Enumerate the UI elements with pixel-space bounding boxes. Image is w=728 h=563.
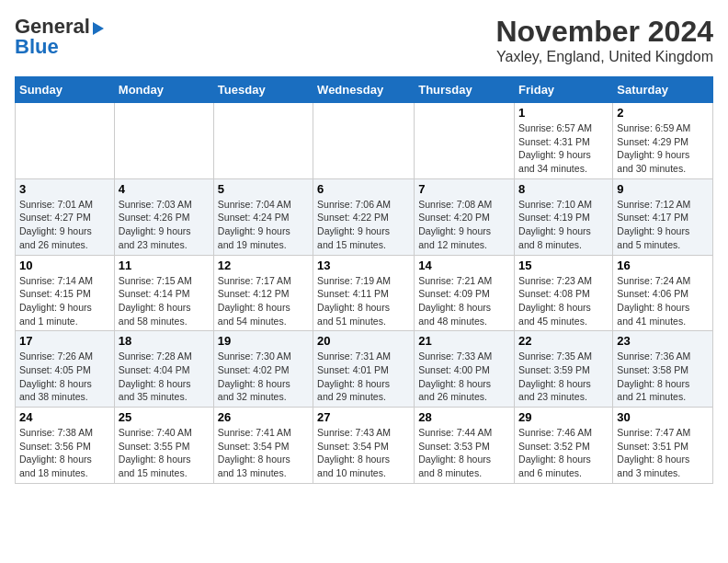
day-number: 11	[119, 259, 210, 272]
calendar-header-row: SundayMondayTuesdayWednesdayThursdayFrid…	[16, 77, 713, 103]
day-info: Sunrise: 7:12 AM Sunset: 4:17 PM Dayligh…	[617, 198, 709, 252]
calendar-day-header: Sunday	[16, 77, 115, 103]
day-number: 6	[317, 182, 410, 196]
calendar-week-row: 24Sunrise: 7:38 AM Sunset: 3:56 PM Dayli…	[16, 408, 713, 484]
day-info: Sunrise: 7:04 AM Sunset: 4:24 PM Dayligh…	[218, 198, 309, 252]
day-info: Sunrise: 7:47 AM Sunset: 3:51 PM Dayligh…	[617, 426, 709, 480]
day-info: Sunrise: 7:17 AM Sunset: 4:12 PM Dayligh…	[218, 274, 309, 328]
day-number: 8	[518, 182, 609, 196]
day-number: 4	[119, 182, 210, 196]
calendar-cell: 18Sunrise: 7:28 AM Sunset: 4:04 PM Dayli…	[114, 331, 213, 408]
calendar-cell	[16, 103, 115, 179]
calendar-day-header: Saturday	[613, 77, 713, 103]
page-title: November 2024	[495, 15, 713, 49]
day-info: Sunrise: 7:01 AM Sunset: 4:27 PM Dayligh…	[19, 198, 110, 252]
day-info: Sunrise: 7:41 AM Sunset: 3:54 PM Dayligh…	[218, 426, 309, 480]
calendar-cell: 11Sunrise: 7:15 AM Sunset: 4:14 PM Dayli…	[114, 255, 213, 331]
day-number: 2	[617, 106, 709, 120]
day-info: Sunrise: 7:36 AM Sunset: 3:58 PM Dayligh…	[617, 350, 709, 404]
day-info: Sunrise: 7:40 AM Sunset: 3:55 PM Dayligh…	[119, 426, 210, 480]
day-number: 16	[617, 259, 709, 272]
calendar-cell: 17Sunrise: 7:26 AM Sunset: 4:05 PM Dayli…	[16, 331, 115, 408]
page-header: General Blue November 2024 Yaxley, Engla…	[15, 15, 713, 65]
day-number: 26	[218, 410, 309, 424]
day-number: 13	[317, 259, 410, 272]
calendar-cell: 3Sunrise: 7:01 AM Sunset: 4:27 PM Daylig…	[16, 178, 115, 255]
day-number: 12	[218, 259, 309, 272]
calendar-cell: 21Sunrise: 7:33 AM Sunset: 4:00 PM Dayli…	[415, 331, 515, 408]
day-number: 19	[218, 334, 309, 348]
day-info: Sunrise: 7:28 AM Sunset: 4:04 PM Dayligh…	[119, 350, 210, 404]
title-block: November 2024 Yaxley, England, United Ki…	[495, 15, 713, 65]
calendar-day-header: Wednesday	[313, 77, 415, 103]
day-info: Sunrise: 7:08 AM Sunset: 4:20 PM Dayligh…	[418, 198, 510, 252]
calendar-cell: 7Sunrise: 7:08 AM Sunset: 4:20 PM Daylig…	[415, 178, 515, 255]
day-number: 22	[518, 334, 609, 348]
day-info: Sunrise: 7:21 AM Sunset: 4:09 PM Dayligh…	[418, 274, 510, 328]
logo: General Blue	[15, 15, 104, 59]
day-number: 7	[418, 182, 510, 196]
day-info: Sunrise: 7:30 AM Sunset: 4:02 PM Dayligh…	[218, 350, 309, 404]
day-info: Sunrise: 7:24 AM Sunset: 4:06 PM Dayligh…	[617, 274, 709, 328]
calendar-cell	[313, 103, 415, 179]
calendar-cell: 4Sunrise: 7:03 AM Sunset: 4:26 PM Daylig…	[114, 178, 213, 255]
day-info: Sunrise: 7:15 AM Sunset: 4:14 PM Dayligh…	[119, 274, 210, 328]
calendar-cell: 13Sunrise: 7:19 AM Sunset: 4:11 PM Dayli…	[313, 255, 415, 331]
calendar-day-header: Tuesday	[213, 77, 313, 103]
logo-blue: Blue	[15, 35, 59, 59]
day-number: 21	[418, 334, 510, 348]
day-info: Sunrise: 7:26 AM Sunset: 4:05 PM Dayligh…	[19, 350, 110, 404]
day-number: 23	[617, 334, 709, 348]
calendar-cell: 19Sunrise: 7:30 AM Sunset: 4:02 PM Dayli…	[213, 331, 313, 408]
calendar-cell: 16Sunrise: 7:24 AM Sunset: 4:06 PM Dayli…	[613, 255, 713, 331]
day-info: Sunrise: 7:06 AM Sunset: 4:22 PM Dayligh…	[317, 198, 410, 252]
day-number: 24	[19, 410, 110, 424]
day-number: 18	[119, 334, 210, 348]
day-info: Sunrise: 7:38 AM Sunset: 3:56 PM Dayligh…	[19, 426, 110, 480]
day-number: 20	[317, 334, 410, 348]
day-number: 10	[19, 259, 110, 272]
calendar-day-header: Thursday	[415, 77, 515, 103]
day-info: Sunrise: 7:10 AM Sunset: 4:19 PM Dayligh…	[518, 198, 609, 252]
calendar-week-row: 1Sunrise: 6:57 AM Sunset: 4:31 PM Daylig…	[16, 103, 713, 179]
calendar-cell: 12Sunrise: 7:17 AM Sunset: 4:12 PM Dayli…	[213, 255, 313, 331]
day-number: 15	[518, 259, 609, 272]
calendar-cell: 10Sunrise: 7:14 AM Sunset: 4:15 PM Dayli…	[16, 255, 115, 331]
calendar-cell: 29Sunrise: 7:46 AM Sunset: 3:52 PM Dayli…	[515, 408, 613, 484]
day-number: 29	[518, 410, 609, 424]
day-info: Sunrise: 7:35 AM Sunset: 3:59 PM Dayligh…	[518, 350, 609, 404]
day-number: 1	[518, 106, 609, 120]
day-info: Sunrise: 7:43 AM Sunset: 3:54 PM Dayligh…	[317, 426, 410, 480]
calendar-cell	[415, 103, 515, 179]
calendar-cell: 26Sunrise: 7:41 AM Sunset: 3:54 PM Dayli…	[213, 408, 313, 484]
day-info: Sunrise: 7:46 AM Sunset: 3:52 PM Dayligh…	[518, 426, 609, 480]
day-info: Sunrise: 7:14 AM Sunset: 4:15 PM Dayligh…	[19, 274, 110, 328]
calendar-day-header: Friday	[515, 77, 613, 103]
calendar-cell: 5Sunrise: 7:04 AM Sunset: 4:24 PM Daylig…	[213, 178, 313, 255]
calendar-cell: 2Sunrise: 6:59 AM Sunset: 4:29 PM Daylig…	[613, 103, 713, 179]
logo-arrow-icon	[93, 22, 104, 35]
day-number: 9	[617, 182, 709, 196]
day-info: Sunrise: 6:57 AM Sunset: 4:31 PM Dayligh…	[518, 121, 609, 176]
calendar-cell	[114, 103, 213, 179]
calendar-table: SundayMondayTuesdayWednesdayThursdayFrid…	[15, 76, 713, 484]
day-number: 14	[418, 259, 510, 272]
day-info: Sunrise: 7:44 AM Sunset: 3:53 PM Dayligh…	[418, 426, 510, 480]
day-info: Sunrise: 7:23 AM Sunset: 4:08 PM Dayligh…	[518, 274, 609, 328]
day-info: Sunrise: 7:19 AM Sunset: 4:11 PM Dayligh…	[317, 274, 410, 328]
day-number: 30	[617, 410, 709, 424]
page-subtitle: Yaxley, England, United Kingdom	[495, 49, 713, 65]
day-info: Sunrise: 7:33 AM Sunset: 4:00 PM Dayligh…	[418, 350, 510, 404]
day-info: Sunrise: 6:59 AM Sunset: 4:29 PM Dayligh…	[617, 121, 709, 176]
calendar-cell: 1Sunrise: 6:57 AM Sunset: 4:31 PM Daylig…	[515, 103, 613, 179]
calendar-week-row: 17Sunrise: 7:26 AM Sunset: 4:05 PM Dayli…	[16, 331, 713, 408]
calendar-cell: 22Sunrise: 7:35 AM Sunset: 3:59 PM Dayli…	[515, 331, 613, 408]
calendar-week-row: 10Sunrise: 7:14 AM Sunset: 4:15 PM Dayli…	[16, 255, 713, 331]
calendar-cell: 6Sunrise: 7:06 AM Sunset: 4:22 PM Daylig…	[313, 178, 415, 255]
calendar-cell: 9Sunrise: 7:12 AM Sunset: 4:17 PM Daylig…	[613, 178, 713, 255]
day-info: Sunrise: 7:03 AM Sunset: 4:26 PM Dayligh…	[119, 198, 210, 252]
day-number: 27	[317, 410, 410, 424]
calendar-cell: 25Sunrise: 7:40 AM Sunset: 3:55 PM Dayli…	[114, 408, 213, 484]
day-number: 25	[119, 410, 210, 424]
day-number: 28	[418, 410, 510, 424]
